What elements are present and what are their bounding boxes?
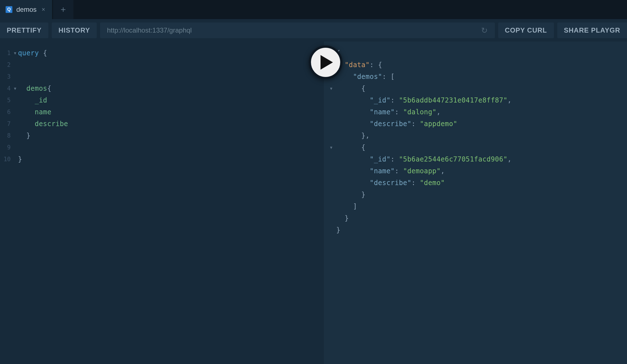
fold-icon[interactable]: ▼ xyxy=(14,83,16,94)
prettify-button[interactable]: PRETTIFY xyxy=(0,22,48,38)
share-playground-button[interactable]: SHARE PLAYGR xyxy=(557,22,627,38)
svg-marker-0 xyxy=(321,55,333,70)
tab-demos[interactable]: Q demos × xyxy=(0,0,52,19)
response-viewer: ▼ ▼ ▼ ▼ ▼ { "data": { "demos": [ { "_id xyxy=(326,42,627,364)
line-gutter: 1▼ 2 3 4▼ 5 6 7 8 9 10 xyxy=(0,47,16,165)
editor-area: 1▼ 2 3 4▼ 5 6 7 8 9 10 query { demos{ _i… xyxy=(0,42,627,364)
copy-curl-button[interactable]: COPY CURL xyxy=(498,22,554,38)
reload-icon[interactable]: ↻ xyxy=(479,26,490,35)
fold-icon[interactable]: ▼ xyxy=(326,83,336,94)
query-editor[interactable]: 1▼ 2 3 4▼ 5 6 7 8 9 10 query { demos{ _i… xyxy=(0,42,326,364)
fold-icon[interactable]: ▼ xyxy=(326,142,336,153)
graphql-logo-icon: Q xyxy=(6,6,12,13)
toolbar: PRETTIFY HISTORY ↻ COPY CURL SHARE PLAYG… xyxy=(0,19,627,42)
endpoint-field[interactable]: ↻ xyxy=(100,22,495,38)
response-code[interactable]: { "data": { "demos": [ { "_id": "5b6addb… xyxy=(336,47,627,236)
add-tab-button[interactable]: + xyxy=(53,0,73,19)
query-code[interactable]: query { demos{ _id name describe } } xyxy=(18,47,324,165)
tab-title: demos xyxy=(16,6,37,13)
fold-icon[interactable]: ▼ xyxy=(14,47,16,59)
close-icon[interactable]: × xyxy=(40,5,46,14)
history-button[interactable]: HISTORY xyxy=(52,22,97,38)
tab-bar: Q demos × + xyxy=(0,0,627,19)
endpoint-input[interactable] xyxy=(107,26,479,34)
execute-button[interactable] xyxy=(309,46,342,79)
play-icon xyxy=(321,55,333,70)
